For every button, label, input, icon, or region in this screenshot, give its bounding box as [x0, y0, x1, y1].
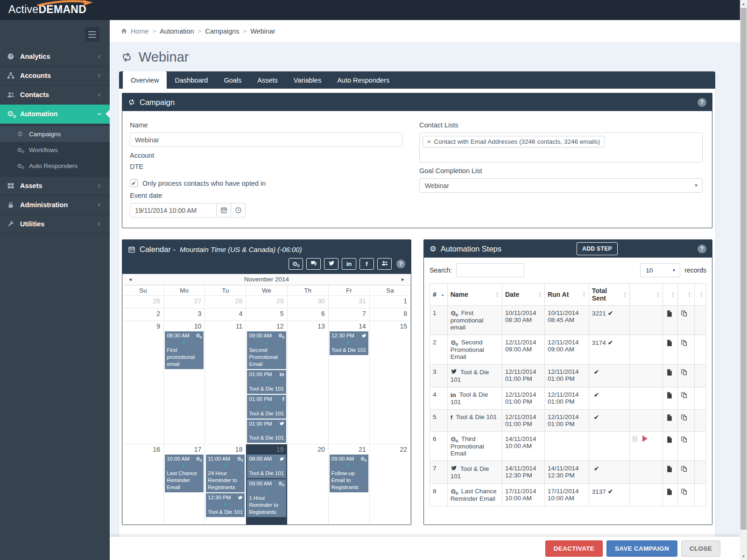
optin-checkbox[interactable]: ✔	[130, 179, 138, 187]
goal-list-select[interactable]: Webinar ▼	[419, 178, 703, 193]
file-icon-button[interactable]	[666, 368, 673, 377]
calendar-day-cell[interactable]: 2	[123, 308, 164, 321]
breadcrumb-item-automation[interactable]: Automation	[160, 28, 194, 35]
calendar-day-cell[interactable]: 5	[246, 308, 287, 321]
copy-icon-button[interactable]	[681, 465, 688, 473]
file-icon-button[interactable]	[666, 309, 673, 318]
copy-icon-button[interactable]	[681, 488, 688, 496]
sidebar-item-automation[interactable]: ⚙⚙Automation	[0, 105, 110, 124]
breadcrumb-item-home[interactable]: Home	[131, 28, 149, 35]
add-step-button[interactable]: ADD STEP	[577, 242, 618, 255]
steps-column-header-date[interactable]: Date▲▼	[502, 284, 544, 306]
calendar-day-cell[interactable]: 1008:30 AM⚙⚙✔First promotional email	[164, 321, 205, 444]
copy-icon-button[interactable]	[681, 339, 688, 347]
scroll-up-button[interactable]: ▲	[740, 0, 747, 7]
twitter-button[interactable]	[324, 258, 338, 270]
campaign-help-button[interactable]: ?	[698, 98, 706, 107]
pause-button[interactable]	[633, 436, 637, 442]
file-icon-button[interactable]	[666, 465, 673, 473]
comments-button[interactable]	[306, 258, 321, 270]
calendar-day-cell[interactable]: 15	[369, 321, 410, 444]
play-button[interactable]	[642, 435, 648, 442]
sidebar-item-workflows[interactable]: ⚙⚙Workflows	[0, 142, 110, 158]
tab-goals[interactable]: Goals	[216, 71, 249, 89]
calendar-picker-button[interactable]	[217, 203, 231, 217]
sidebar-item-accounts[interactable]: Accounts	[0, 66, 110, 85]
tab-variables[interactable]: Variables	[286, 71, 329, 89]
tab-auto-responders[interactable]: Auto Responders	[329, 71, 397, 89]
sidebar-item-campaigns[interactable]: Campaigns	[0, 126, 110, 142]
file-icon-button[interactable]	[666, 391, 673, 399]
calendar-day-cell[interactable]: 28	[205, 296, 246, 308]
calendar-day-cell[interactable]: 29	[246, 296, 287, 308]
users-button[interactable]	[377, 258, 392, 270]
copy-icon-button[interactable]	[681, 413, 688, 422]
calendar-day-cell[interactable]: 27	[164, 296, 205, 308]
calendar-day-cell[interactable]: 1	[369, 296, 410, 308]
file-icon-button[interactable]	[666, 435, 673, 444]
contact-lists-multiselect[interactable]: × Contact with Email Addresses (3246 con…	[419, 133, 703, 162]
calendar-event[interactable]: 08:30 AM⚙⚙✔First promotional email	[165, 331, 204, 369]
tab-dashboard[interactable]: Dashboard	[167, 71, 216, 89]
calendar-day-cell[interactable]: 3	[164, 308, 205, 321]
calendar-day-cell[interactable]: 20	[287, 444, 328, 525]
calendar-day-cell[interactable]: 31	[328, 296, 369, 308]
tab-overview[interactable]: Overview	[123, 71, 167, 89]
steps-column-header-total-sent[interactable]: Total Sent▲▼	[589, 284, 630, 306]
copy-icon-button[interactable]	[681, 309, 688, 318]
file-icon-button[interactable]	[666, 488, 673, 496]
sidebar-item-utilities[interactable]: Utilities	[0, 215, 110, 234]
calendar-day-cell[interactable]: 1710:00 AM⚙⚙✔Last Chance Reminder Email	[164, 444, 205, 525]
calendar-event[interactable]: 01:00 PM✔Tool & Die 101	[247, 420, 286, 443]
calendar-day-cell[interactable]: 30	[287, 296, 328, 308]
sidebar-item-auto-responders[interactable]: ⚙⚙Auto Responders	[0, 158, 110, 174]
calendar-event[interactable]: 10:00 AM⚙⚙✔Last Chance Reminder Email	[165, 455, 204, 492]
calendar-event[interactable]: 11:00 AM⚙⚙✔24 Hour Reminder to Registran…	[206, 455, 245, 492]
campaign-name-input[interactable]	[130, 133, 402, 147]
tab-assets[interactable]: Assets	[249, 71, 286, 89]
calendar-day-cell[interactable]: 11	[205, 321, 246, 444]
steps-column-header-name[interactable]: Name▲▼	[447, 284, 502, 306]
calendar-event[interactable]: 01:00 PMin✔Tool & Die 101	[247, 370, 286, 394]
steps-column-header[interactable]: ▲▼	[630, 284, 663, 306]
calendar-help-button[interactable]: ?	[396, 259, 405, 268]
sidebar-item-assets[interactable]: Assets	[0, 176, 110, 196]
calendar-day-cell[interactable]: 2109:00 AM⚙⚙✔Follow-up Email to Registra…	[328, 444, 369, 525]
gears-button[interactable]: ⚙⚙	[289, 258, 303, 270]
steps-search-input[interactable]	[456, 263, 524, 277]
steps-column-header-[interactable]: #▲	[430, 284, 448, 306]
save-campaign-button[interactable]: SAVE CAMPAIGN	[606, 540, 677, 557]
scrollbar-thumb[interactable]	[740, 8, 747, 530]
close-button[interactable]: CLOSE	[681, 540, 720, 557]
file-icon-button[interactable]	[666, 339, 673, 347]
calendar-day-cell[interactable]: 1209:00 AM⚙⚙✔Second Promotional Email01:…	[246, 321, 287, 444]
next-month-button[interactable]: ►	[395, 277, 411, 282]
breadcrumb-item-campaigns[interactable]: Campaigns	[205, 28, 239, 35]
optin-checkbox-row[interactable]: ✔ Only process contacts who have opted i…	[130, 179, 402, 187]
calendar-event[interactable]: 12:30 PM✔Tool & Die 101	[330, 331, 368, 355]
calendar-day-cell[interactable]: 8	[369, 308, 410, 321]
sidebar-toggle-button[interactable]	[85, 27, 99, 42]
calendar-day-cell[interactable]: 16	[123, 444, 164, 525]
linkedin-button[interactable]: in	[342, 258, 356, 270]
steps-column-header[interactable]: ▲▼	[663, 284, 678, 306]
calendar-event[interactable]: 01:00 PMf✔Tool & Die 101	[247, 395, 286, 419]
steps-column-header-run-at[interactable]: Run At▲▼	[544, 284, 589, 306]
deactivate-button[interactable]: DEACTIVATE	[545, 540, 603, 557]
breadcrumb-item-webinar[interactable]: Webinar	[250, 28, 275, 35]
calendar-event[interactable]: 08:00 AM✔Tool & Die 101	[247, 455, 286, 478]
calendar-day-cell[interactable]: 9	[123, 321, 164, 444]
calendar-event[interactable]: 09:00 AM⚙⚙✔Follow-up Email to Registrant…	[330, 455, 368, 492]
time-picker-button[interactable]	[231, 203, 246, 217]
calendar-day-cell[interactable]: 4	[205, 308, 246, 321]
file-icon-button[interactable]	[666, 413, 673, 422]
calendar-day-cell[interactable]: 1811:00 AM⚙⚙✔24 Hour Reminder to Registr…	[205, 444, 246, 525]
calendar-day-cell[interactable]: 7	[328, 308, 369, 321]
sidebar-item-contacts[interactable]: Contacts	[0, 85, 110, 105]
event-date-input[interactable]	[130, 203, 217, 217]
prev-month-button[interactable]: ◄	[122, 277, 138, 282]
calendar-day-cell[interactable]: 26	[123, 296, 164, 308]
sidebar-item-analytics[interactable]: Analytics	[0, 47, 110, 66]
page-size-select[interactable]: 10 ▼	[640, 263, 680, 277]
steps-column-header[interactable]: ▲▼	[678, 284, 694, 306]
